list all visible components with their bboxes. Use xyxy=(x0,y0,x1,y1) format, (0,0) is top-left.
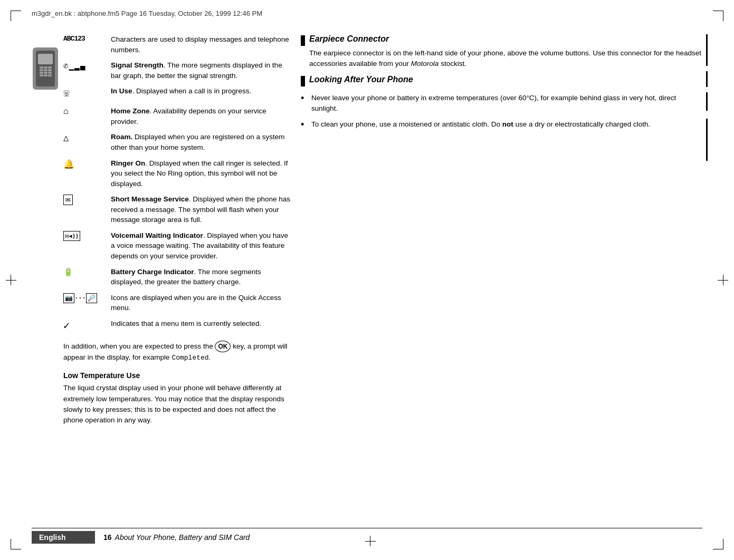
footer-language: English xyxy=(32,531,95,544)
looking-after-header: Looking After Your Phone xyxy=(301,75,702,89)
earpiece-body-text: The earpiece connector is on the left-ha… xyxy=(309,49,701,67)
footer-page-number: 16 xyxy=(103,533,112,542)
bold-roam: Roam. xyxy=(111,133,132,141)
list-item: • To clean your phone, use a moistened o… xyxy=(301,119,702,131)
addition-paragraph: In addition, when you are expected to pr… xyxy=(63,341,290,363)
section-bar-looking xyxy=(301,76,305,86)
right-side-bar-container xyxy=(706,34,708,136)
looking-after-section: Looking After Your Phone • Never leave y… xyxy=(301,75,702,131)
low-temperature-section: Low Temperature Use The liquid crystal d… xyxy=(63,371,290,426)
right-bar-1 xyxy=(706,34,708,66)
bullet-2-bold: not xyxy=(502,120,513,128)
earpiece-end: stockist. xyxy=(439,60,466,67)
table-row: ABC123 Characters are used to display me… xyxy=(63,34,290,55)
icon-description-homezone: Home Zone. Availability depends on your … xyxy=(111,106,290,127)
main-content: ABC123 Characters are used to display me… xyxy=(63,34,702,528)
table-row: ⌂ Home Zone. Availability depends on you… xyxy=(63,106,290,127)
icon-checkmark: ✓ xyxy=(63,318,111,332)
bullet-2-end: use a dry or electrostatically charged c… xyxy=(513,120,651,128)
icon-battery: 🔋 xyxy=(63,267,111,277)
earpiece-content: Earpiece Connector The earpiece connecto… xyxy=(309,34,702,70)
footer-page-title: About Your Phone, Battery and SIM Card xyxy=(115,533,250,542)
earpiece-body: The earpiece connector is on the left-ha… xyxy=(309,48,702,70)
table-row: ✆▁▂▄ Signal Strength. The more segments … xyxy=(63,60,290,81)
icon-description-voicemail: Voicemail Waiting Indicator. Displayed w… xyxy=(111,230,290,262)
low-temperature-title: Low Temperature Use xyxy=(63,371,290,380)
icon-description-sms: Short Message Service. Displayed when th… xyxy=(111,194,290,225)
table-row: △ Roam. Displayed when you are registere… xyxy=(63,132,290,152)
icon-description-signal: Signal Strength. The more segments displ… xyxy=(111,60,290,81)
footer: English 16 About Your Phone, Battery and… xyxy=(32,529,702,545)
icon-ringer: 🔔 xyxy=(63,158,111,170)
icon-description-checkmark: Indicates that a menu item is currently … xyxy=(111,318,290,329)
table-row: 🔋 Battery Charge Indicator. The more seg… xyxy=(63,267,290,287)
icon-description-battery: Battery Charge Indicator. The more segme… xyxy=(111,267,290,287)
right-bar-4 xyxy=(706,119,708,161)
icon-description-ringer: Ringer On. Displayed when the call ringe… xyxy=(111,158,290,189)
right-bar-3 xyxy=(706,92,708,111)
ok-key-icon: OK xyxy=(215,341,231,352)
low-temperature-body: The liquid crystal display used in your … xyxy=(63,383,290,426)
addition-text-end: . xyxy=(209,353,211,361)
table-row: ☏ In Use. Displayed when a call is in pr… xyxy=(63,86,290,101)
icon-abc123: ABC123 xyxy=(63,34,111,43)
earpiece-section: Earpiece Connector The earpiece connecto… xyxy=(301,34,702,70)
list-item: • Never leave your phone or battery in e… xyxy=(301,93,702,114)
icon-description-abc123: Characters are used to display messages … xyxy=(111,34,290,55)
icon-description-inuse: In Use. Displayed when a call is in prog… xyxy=(111,86,290,96)
bullet-text-1: Never leave your phone or battery in ext… xyxy=(311,93,702,114)
bullet-dot-1: • xyxy=(301,93,309,104)
icon-voicemail: ✉◄)) xyxy=(63,230,111,242)
looking-after-heading: Looking After Your Phone xyxy=(309,75,413,84)
header-text: m3gdr_en.bk : abtphone.fm5 Page 16 Tuesd… xyxy=(32,9,702,17)
bold-voicemail: Voicemail Waiting Indicator xyxy=(111,231,203,239)
bullet-2-text: To clean your phone, use a moistened or … xyxy=(311,120,502,128)
footer-divider xyxy=(32,528,702,528)
crop-mark-bottom-left xyxy=(11,528,32,549)
table-row: ✉◄)) Voicemail Waiting Indicator. Displa… xyxy=(63,230,290,262)
icon-description-quickaccess: Icons are displayed when you are in the … xyxy=(111,293,290,313)
icon-description-roam: Roam. Displayed when you are registered … xyxy=(111,132,290,152)
bold-ringer: Ringer On xyxy=(111,159,145,167)
table-row: ✓ Indicates that a menu item is currentl… xyxy=(63,318,290,333)
bold-inuse: In Use xyxy=(111,87,132,95)
earpiece-heading: Earpiece Connector xyxy=(309,34,702,44)
bold-battery: Battery Charge Indicator xyxy=(111,268,194,276)
crop-mark-top-left xyxy=(11,11,32,32)
earpiece-brand: Motorola xyxy=(411,60,439,67)
icon-roam: △ xyxy=(63,132,111,143)
bullet-dot-2: • xyxy=(301,119,309,131)
icon-table: ABC123 Characters are used to display me… xyxy=(63,34,290,426)
icon-homezone: ⌂ xyxy=(63,106,111,117)
table-row: 🔔 Ringer On. Displayed when the call rin… xyxy=(63,158,290,189)
icon-quickaccess: 📷 ... 🔎 xyxy=(63,293,111,303)
looking-after-heading-text: Looking After Your Phone xyxy=(309,75,413,84)
rest-roam: Displayed when you are registered on a s… xyxy=(111,133,284,151)
bold-sms: Short Message Service xyxy=(111,195,189,203)
crop-mark-top-right xyxy=(702,11,723,32)
bold-signal: Signal Strength xyxy=(111,61,164,69)
table-row: 📷 ... 🔎 Icons are displayed when you are… xyxy=(63,293,290,313)
crop-mark-bottom-right xyxy=(702,528,723,549)
right-bar-2 xyxy=(706,71,708,87)
icon-inuse: ☏ xyxy=(63,86,111,100)
bullet-text-2: To clean your phone, use a moistened or … xyxy=(311,119,650,130)
rest-inuse: . Displayed when a call is in progress. xyxy=(132,87,252,95)
section-bar-earpiece xyxy=(301,35,305,46)
right-column: Earpiece Connector The earpiece connecto… xyxy=(301,34,702,136)
icon-signal-strength: ✆▁▂▄ xyxy=(63,60,111,71)
earpiece-heading-text: Earpiece Connector xyxy=(309,34,389,44)
icon-sms: ✉ xyxy=(63,194,111,205)
addition-text-before: In addition, when you are expected to pr… xyxy=(63,342,215,350)
completed-example: Completed xyxy=(171,354,208,362)
phone-graphic xyxy=(33,47,59,90)
bold-homezone: Home Zone xyxy=(111,107,150,115)
table-row: ✉ Short Message Service. Displayed when … xyxy=(63,194,290,225)
